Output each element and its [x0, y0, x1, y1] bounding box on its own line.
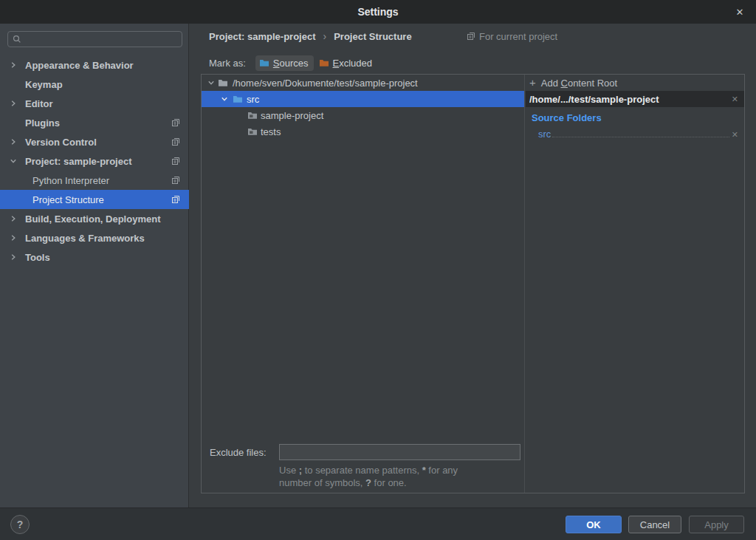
breadcrumb-project[interactable]: Project: sample-project: [209, 31, 316, 42]
sidebar-item-label: Project Structure: [32, 194, 104, 205]
exclude-files-input[interactable]: [280, 445, 520, 459]
search-input-wrapper[interactable]: [7, 31, 182, 47]
tree-row-label: src: [247, 94, 259, 105]
external-settings-icon: [171, 157, 180, 165]
sidebar-item-project-structure[interactable]: Project Structure: [0, 190, 189, 209]
sidebar-item-label: Version Control: [25, 137, 97, 148]
folder-icon: [218, 78, 228, 87]
apply-button[interactable]: Apply: [689, 516, 744, 533]
folder-icon: [247, 127, 258, 136]
tree-row-label: sample-project: [261, 110, 323, 121]
settings-nav: Appearance & Behavior Keymap Editor Plug…: [0, 55, 189, 267]
chevron-right-icon[interactable]: [10, 253, 17, 261]
sidebar-item-plugins[interactable]: Plugins: [0, 113, 189, 132]
sidebar-item-python-interpreter[interactable]: Python Interpreter: [0, 171, 189, 190]
sidebar-item-label: Languages & Frameworks: [25, 233, 145, 244]
mark-as-label: Mark as:: [209, 58, 246, 69]
sidebar-item-tools[interactable]: Tools: [0, 247, 189, 267]
exclude-files-label: Exclude files:: [210, 444, 267, 460]
mark-sources-button[interactable]: Sources: [255, 55, 314, 71]
source-folders-heading: Source Folders: [532, 112, 602, 123]
chevron-right-icon[interactable]: [10, 61, 17, 69]
settings-sidebar: Appearance & Behavior Keymap Editor Plug…: [0, 24, 189, 507]
sources-folder-icon: [259, 58, 269, 67]
mark-as-toolbar: Mark as: Sources Excluded: [209, 53, 377, 72]
breadcrumb-page: Project Structure: [334, 31, 411, 42]
external-settings-icon: [171, 137, 180, 146]
project-window-icon: [467, 32, 475, 41]
folder-icon: [247, 111, 258, 120]
breadcrumb-separator: ›: [323, 30, 327, 42]
external-settings-icon: [171, 118, 180, 127]
exclude-files-field-wrapper: [279, 444, 520, 460]
sidebar-item-build-execution-deployment[interactable]: Build, Execution, Deployment: [0, 209, 189, 228]
mark-sources-label: Sources: [273, 58, 309, 69]
tree-row-content-root[interactable]: /home/sven/Dokumente/test/sample-project: [202, 75, 524, 91]
remove-source-folder-icon[interactable]: ✕: [732, 130, 738, 140]
chevron-right-icon[interactable]: [10, 215, 17, 222]
close-icon[interactable]: ✕: [731, 0, 749, 24]
mark-excluded-button[interactable]: Excluded: [315, 55, 377, 71]
tree-row-label: /home/sven/Dokumente/test/sample-project: [233, 78, 418, 89]
exclude-hint-line2: number of symbols, ? for one.: [279, 477, 407, 488]
sidebar-item-label: Plugins: [25, 117, 60, 129]
project-structure-panels: /home/sven/Dokumente/test/sample-project…: [201, 74, 745, 493]
for-current-project-label: For current project: [479, 31, 557, 42]
tree-row-src[interactable]: src: [202, 91, 524, 107]
add-content-root-button[interactable]: + Add Content Root: [526, 75, 744, 91]
content-root-row[interactable]: /home/.../test/sample-project ✕: [526, 91, 744, 107]
external-settings-icon: [171, 176, 180, 185]
excluded-folder-icon: [319, 58, 329, 67]
ok-button[interactable]: OK: [566, 516, 622, 533]
dialog-title-bar: Settings ✕: [0, 0, 756, 24]
sidebar-item-editor[interactable]: Editor: [0, 94, 189, 113]
chevron-right-icon[interactable]: [10, 100, 17, 107]
sidebar-item-label: Tools: [25, 252, 50, 263]
sidebar-item-label: Keymap: [25, 79, 63, 90]
content-root-tree: /home/sven/Dokumente/test/sample-project…: [202, 75, 525, 493]
sidebar-item-label: Build, Execution, Deployment: [25, 213, 160, 225]
help-icon: ?: [17, 519, 24, 530]
chevron-down-icon[interactable]: [221, 95, 228, 103]
chevron-down-icon[interactable]: [207, 79, 215, 86]
tree-row-sample-project[interactable]: sample-project: [202, 107, 524, 123]
mark-excluded-label: Excluded: [333, 58, 372, 69]
search-icon: [13, 35, 21, 44]
add-content-root-label: Add Content Root: [541, 78, 617, 89]
search-input[interactable]: [25, 34, 177, 45]
external-settings-icon: [171, 195, 180, 204]
sidebar-item-languages-frameworks[interactable]: Languages & Frameworks: [0, 228, 189, 247]
sidebar-item-label: Editor: [25, 98, 53, 109]
plus-icon: +: [529, 76, 536, 89]
exclude-hint-line1: Use ; to separate name patterns, * for a…: [279, 465, 458, 476]
tree-row-tests[interactable]: tests: [202, 123, 524, 140]
sidebar-item-keymap[interactable]: Keymap: [0, 75, 189, 94]
sidebar-item-label: Project: sample-project: [25, 156, 132, 167]
for-current-project-note: For current project: [467, 28, 557, 44]
sidebar-item-project-sample-project[interactable]: Project: sample-project: [0, 151, 189, 171]
sidebar-item-label: Python Interpreter: [32, 175, 109, 186]
help-button[interactable]: ?: [10, 515, 30, 534]
dialog-footer: ? OK Cancel Apply: [0, 507, 756, 540]
dialog-title: Settings: [357, 6, 398, 18]
chevron-right-icon[interactable]: [10, 234, 17, 242]
sidebar-item-label: Appearance & Behavior: [25, 60, 134, 71]
remove-content-root-icon[interactable]: ✕: [732, 95, 738, 104]
tree-row-label: tests: [261, 126, 281, 137]
source-folder-name: src: [538, 128, 551, 140]
chevron-right-icon[interactable]: [10, 138, 17, 146]
content-root-path: /home/.../test/sample-project: [529, 94, 732, 105]
source-folder-item-src[interactable]: src ✕: [538, 126, 738, 140]
breadcrumb: Project: sample-project › Project Struct…: [209, 28, 412, 44]
content-roots-panel: + Add Content Root /home/.../test/sample…: [526, 75, 744, 493]
cancel-button[interactable]: Cancel: [628, 516, 681, 533]
sidebar-item-version-control[interactable]: Version Control: [0, 132, 189, 151]
chevron-down-icon[interactable]: [10, 157, 17, 165]
sidebar-item-appearance-behavior[interactable]: Appearance & Behavior: [0, 55, 189, 75]
dotted-leader: [552, 137, 729, 137]
source-folder-icon: [233, 95, 243, 103]
